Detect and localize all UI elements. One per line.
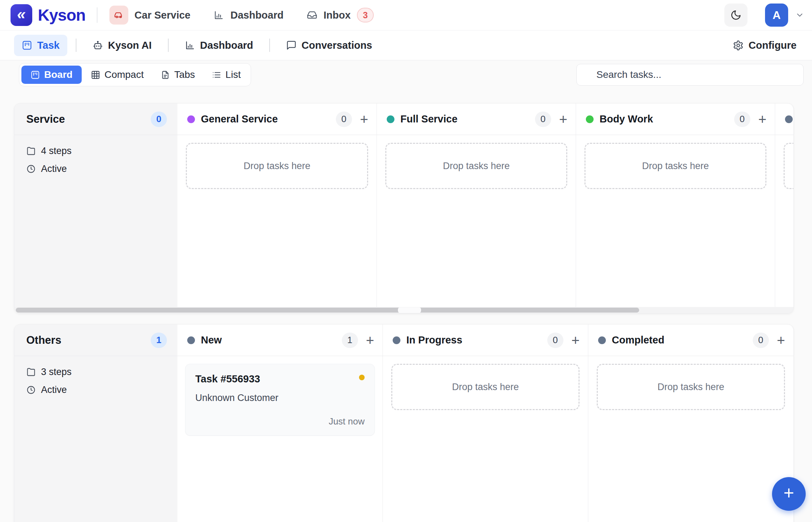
- bar-chart-icon: [185, 40, 195, 51]
- column-color-dot: [785, 115, 793, 123]
- gear-icon: [733, 40, 744, 51]
- task-timestamp: Just now: [195, 416, 365, 427]
- column-count: 0: [336, 112, 352, 127]
- chevron-down-icon[interactable]: [795, 11, 804, 20]
- chat-bubble-icon: [286, 40, 297, 51]
- column-header: General Service 0 +: [177, 103, 377, 135]
- board-steps: 4 steps: [26, 146, 165, 156]
- nav-label: Inbox: [324, 9, 351, 21]
- column-name: Completed: [612, 334, 664, 346]
- module-nav: Task Kyson AI Dashboard Conversations: [0, 31, 812, 60]
- add-task-button[interactable]: +: [758, 112, 766, 126]
- column-count: 0: [547, 333, 563, 348]
- view-label: Tabs: [174, 69, 195, 80]
- board-status: Active: [26, 384, 165, 395]
- add-task-button[interactable]: +: [366, 333, 374, 347]
- nav-label: Car Service: [135, 9, 191, 21]
- avatar[interactable]: A: [765, 4, 788, 27]
- drop-zone[interactable]: Drop tasks here: [784, 143, 793, 189]
- column-name: Full Service: [400, 113, 458, 125]
- task-card[interactable]: Task #556933 Unknown Customer Just now: [185, 364, 375, 436]
- column-color-dot: [387, 115, 394, 123]
- create-task-fab[interactable]: +: [772, 477, 806, 511]
- column-header: Body Work 0 +: [576, 103, 775, 135]
- tab-dashboard[interactable]: Dashboard: [177, 35, 261, 56]
- column-color-dot: [187, 336, 195, 344]
- horizontal-scrollbar[interactable]: [14, 307, 793, 313]
- column-color-dot: [393, 336, 400, 344]
- drop-zone[interactable]: Drop tasks here: [385, 143, 567, 189]
- subnav-divider: [76, 39, 76, 52]
- nav-item-inbox[interactable]: Inbox 3: [307, 8, 374, 22]
- view-label: Compact: [104, 69, 144, 80]
- header-divider: [97, 7, 97, 23]
- add-task-button[interactable]: +: [360, 112, 368, 126]
- column-new: New 1 + Task #556933 Unknown Customer Ju…: [177, 324, 383, 522]
- board-side-panel: Others 1 3 steps Active: [14, 324, 177, 522]
- nav-item-car-service[interactable]: Car Service: [109, 6, 191, 25]
- board-side-panel: Service 0 4 steps Active: [14, 103, 177, 307]
- task-status-dot: [359, 375, 365, 380]
- folder-icon: [26, 367, 36, 377]
- tab-label: Conversations: [302, 40, 372, 51]
- scrollbar-grip[interactable]: [398, 307, 421, 313]
- grid-icon: [91, 70, 100, 80]
- column-color-dot: [187, 115, 195, 123]
- drop-zone[interactable]: Drop tasks here: [186, 143, 368, 189]
- theme-toggle-button[interactable]: [724, 4, 747, 27]
- tab-label: Kyson AI: [108, 40, 152, 51]
- view-button-list[interactable]: List: [204, 66, 249, 84]
- view-switcher: Board Compact Tabs List: [19, 63, 251, 86]
- list-icon: [212, 70, 221, 80]
- tab-kyson-ai[interactable]: Kyson AI: [85, 35, 160, 56]
- file-icon: [161, 70, 170, 80]
- drop-zone[interactable]: Drop tasks here: [391, 364, 580, 410]
- workspace-nav: Car Service Dashboard Inbox 3: [109, 6, 374, 25]
- configure-label: Configure: [749, 40, 797, 51]
- column-color-dot: [586, 115, 594, 123]
- column-in-progress: In Progress 0 + Drop tasks here: [383, 324, 588, 522]
- kanban-icon: [22, 40, 32, 51]
- task-title: Task #556933: [195, 373, 260, 385]
- scrollbar-thumb[interactable]: [16, 308, 639, 313]
- top-header: « Kyson Car Service Dashboa: [0, 0, 812, 31]
- column-completed: Completed 0 + Drop tasks here: [588, 324, 793, 522]
- steps-label: 4 steps: [41, 146, 72, 156]
- board-title: Others: [26, 334, 61, 347]
- task-customer: Unknown Customer: [195, 393, 365, 403]
- inbox-count-badge: 3: [357, 8, 374, 22]
- subnav-divider: [168, 39, 169, 52]
- tab-label: Task: [37, 40, 60, 51]
- view-button-board[interactable]: Board: [21, 66, 82, 84]
- column-full-service: Full Service 0 + Drop tasks here: [377, 103, 576, 307]
- configure-button[interactable]: Configure: [733, 40, 797, 51]
- column-count: 1: [342, 333, 358, 348]
- column-general-service: General Service 0 + Drop tasks here: [177, 103, 377, 307]
- add-task-button[interactable]: +: [777, 333, 785, 347]
- tab-task[interactable]: Task: [14, 35, 67, 56]
- column-count: 0: [734, 112, 750, 127]
- add-task-button[interactable]: +: [571, 333, 580, 347]
- column-body-work: Body Work 0 + Drop tasks here: [576, 103, 775, 307]
- add-task-button[interactable]: +: [559, 112, 567, 126]
- board-status: Active: [26, 163, 165, 174]
- column-header: [775, 103, 793, 135]
- column-name: In Progress: [406, 334, 462, 346]
- nav-item-dashboard[interactable]: Dashboard: [214, 9, 283, 21]
- bar-chart-icon: [214, 10, 224, 20]
- tab-conversations[interactable]: Conversations: [278, 35, 380, 56]
- view-button-tabs[interactable]: Tabs: [153, 66, 203, 84]
- board-section-others: Others 1 3 steps Active: [14, 324, 794, 522]
- search-input[interactable]: [576, 64, 804, 86]
- view-button-compact[interactable]: Compact: [83, 66, 151, 84]
- board-section-service: Service 0 4 steps Active: [14, 103, 794, 314]
- drop-zone[interactable]: Drop tasks here: [584, 143, 766, 189]
- robot-icon: [93, 40, 103, 51]
- moon-icon: [730, 9, 742, 21]
- brand-name: Kyson: [38, 6, 86, 25]
- board-steps: 3 steps: [26, 367, 165, 377]
- folder-icon: [26, 146, 36, 156]
- brand[interactable]: « Kyson: [11, 4, 86, 26]
- drop-zone[interactable]: Drop tasks here: [597, 364, 785, 410]
- kyson-logo-icon: «: [11, 4, 32, 26]
